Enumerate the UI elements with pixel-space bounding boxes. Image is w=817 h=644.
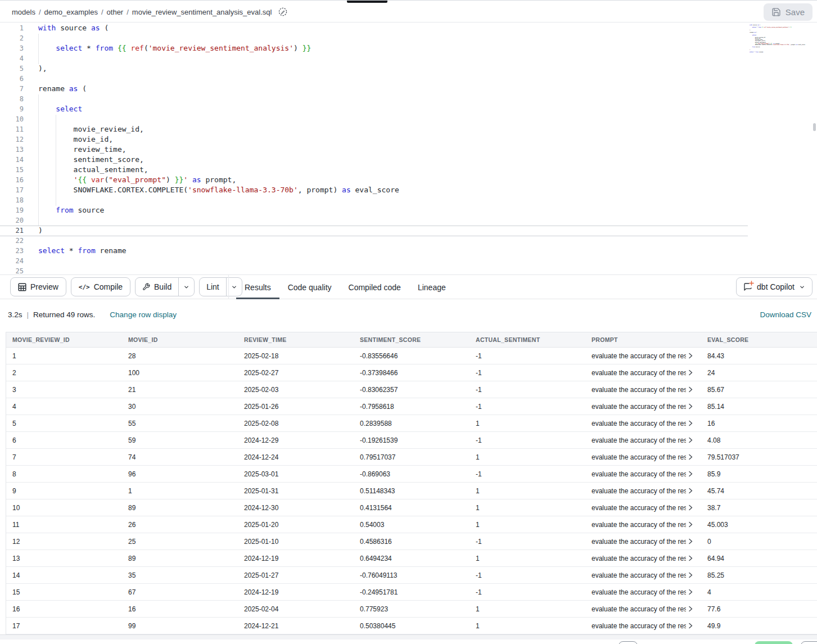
bottom-partial-button[interactable] [619,641,638,644]
code-line: 21) [0,226,817,236]
table-row: 6592024-12-29-0.19261539-1evaluate the a… [6,432,817,449]
code-line: 25 [0,266,817,274]
chevron-right-icon[interactable] [689,589,693,595]
dbt-copilot-button[interactable]: dbt Copilot [736,277,813,296]
cell-prompt: evaluate the accuracy of the res... [585,432,701,448]
build-dropdown-button[interactable] [178,278,194,296]
line-number: 20 [0,215,24,226]
cell-movie-review-id: 10 [6,499,122,516]
cell-movie-id: 16 [122,601,238,617]
cell-sentiment-score: 0.54003 [354,516,470,533]
cell-eval-score: 85.14 [701,398,817,415]
breadcrumb-item[interactable]: movie_review_sentiment_analysis_eval.sql [132,8,272,16]
horizontal-scrollbar[interactable] [0,634,817,640]
cell-sentiment-score: 0.4586316 [354,533,470,550]
chevron-right-icon[interactable] [689,471,693,477]
cell-review-time: 2025-01-10 [238,533,354,550]
prompt-text: evaluate the accuracy of the res... [592,571,686,579]
cell-movie-review-id: 3 [6,381,122,398]
cell-movie-id: 67 [122,584,238,600]
chevron-right-icon[interactable] [689,370,693,376]
breadcrumb-item[interactable]: models [12,8,35,16]
top-header: models/demo_examples/other/movie_review_… [0,0,817,22]
save-button[interactable]: Save [764,3,813,21]
cell-actual-sentiment: 1 [470,516,585,533]
cell-prompt: evaluate the accuracy of the res... [585,449,701,465]
cell-prompt: evaluate the accuracy of the res... [585,618,701,634]
code-line: 16 '{{ var("eval_prompt") }}' as prompt, [0,175,817,185]
dbt-copilot-label: dbt Copilot [757,282,795,291]
cell-movie-id: 35 [122,567,238,583]
format-circle-pencil-icon[interactable] [278,7,287,16]
chevron-right-icon[interactable] [689,606,693,612]
line-number: 24 [0,256,24,266]
chevron-right-icon[interactable] [689,437,693,443]
cell-movie-id: 25 [122,533,238,550]
cell-movie-id: 28 [122,348,238,364]
chevron-right-icon[interactable] [689,538,693,544]
code-editor[interactable]: 1with source as (23 select * from {{ ref… [0,23,817,274]
chevron-right-icon[interactable] [689,555,693,561]
chevron-right-icon[interactable] [689,572,693,578]
table-row: 14352025-01-27-0.76049113-1evaluate the … [6,567,817,584]
code-line: 15 actual_sentiment, [0,165,817,175]
chevron-right-icon[interactable] [689,386,693,393]
chevron-right-icon[interactable] [689,454,693,460]
bottom-strip [0,640,817,644]
toolbar: Preview </> Compile Build [0,274,817,299]
prompt-text: evaluate the accuracy of the res... [592,538,686,546]
build-button[interactable]: Build [136,278,178,296]
lint-button[interactable]: Lint [200,278,226,296]
cell-review-time: 2025-01-31 [238,483,354,499]
chevron-right-icon[interactable] [689,353,693,359]
column-header-movie_review_id: MOVIE_REVIEW_ID [6,332,122,347]
cell-movie-review-id: 5 [6,415,122,431]
tab-compiled-code[interactable]: Compiled code [340,275,409,299]
line-number: 1 [0,23,24,33]
preview-button[interactable]: Preview [10,277,66,296]
chevron-down-icon [799,284,805,290]
chevron-right-icon[interactable] [689,623,693,629]
breadcrumb-separator: / [101,8,103,16]
tab-lineage[interactable]: Lineage [409,275,454,299]
download-csv-link[interactable]: Download CSV [760,310,811,319]
cell-prompt: evaluate the accuracy of the res... [585,483,701,499]
chevron-right-icon[interactable] [689,488,693,494]
line-number: 7 [0,84,24,94]
breadcrumb: models/demo_examples/other/movie_review_… [12,1,287,23]
table-grid-icon [18,283,26,291]
code-line: 2 [0,33,817,43]
column-header-prompt: PROMPT [585,332,701,347]
editor-minimap[interactable]: with source as ( select * from {{ ref('m… [750,24,813,57]
cell-movie-review-id: 7 [6,449,122,465]
column-header-movie_id: MOVIE_ID [122,332,238,347]
chevron-right-icon[interactable] [689,505,693,511]
bottom-partial-button[interactable] [801,641,817,644]
breadcrumb-item[interactable]: demo_examples [44,8,98,16]
chevron-right-icon[interactable] [689,420,693,426]
cell-movie-review-id: 9 [6,483,122,499]
prompt-text: evaluate the accuracy of the res... [592,420,686,427]
build-split-button: Build [135,277,195,296]
cell-actual-sentiment: -1 [470,348,585,364]
chevron-right-icon[interactable] [689,403,693,409]
code-line: 23select * from rename [0,246,817,256]
chevron-right-icon[interactable] [689,521,693,528]
cell-movie-id: 99 [122,618,238,634]
code-line: 24 [0,256,817,266]
cell-eval-score: 49.9 [701,618,817,634]
breadcrumb-item[interactable]: other [107,8,124,16]
cell-review-time: 2024-12-19 [238,550,354,566]
cell-eval-score: 38.7 [701,499,817,516]
editor-scrollbar-thumb[interactable] [813,123,816,131]
bottom-green-pill[interactable] [755,641,793,644]
change-row-display-link[interactable]: Change row display [110,310,177,319]
build-button-label: Build [154,282,171,291]
compile-button[interactable]: </> Compile [71,277,130,296]
column-header-review_time: REVIEW_TIME [238,332,354,347]
chevron-down-icon [183,284,189,290]
cell-review-time: 2025-02-27 [238,364,354,381]
tab-code-quality[interactable]: Code quality [279,275,340,299]
tab-results[interactable]: Results [236,275,279,299]
cell-eval-score: 79.517037 [701,449,817,465]
